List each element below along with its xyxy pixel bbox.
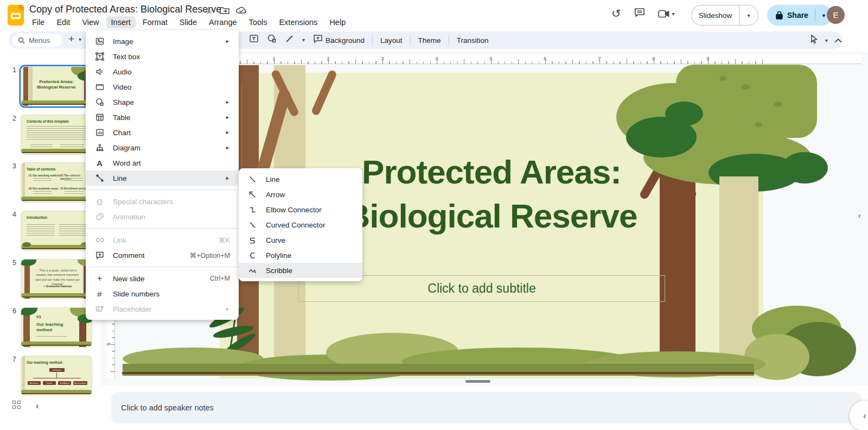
comments-icon[interactable] bbox=[634, 8, 645, 20]
thumb-number: 3 bbox=[8, 162, 16, 170]
menu-extensions[interactable]: Extensions bbox=[274, 16, 322, 28]
menus-search-button[interactable]: Menus bbox=[12, 34, 62, 47]
menu-item-special-characters: Ω Special characters bbox=[86, 194, 239, 209]
new-slide-button[interactable]: + bbox=[68, 33, 74, 45]
slide-thumbnail-2[interactable]: Contents of this template bbox=[21, 115, 92, 155]
menu-insert[interactable]: Insert bbox=[106, 16, 136, 28]
submenu-item-line[interactable]: Line bbox=[239, 172, 362, 187]
slide-thumbnail-5[interactable]: "This is a quote, words full of wisdom t… bbox=[21, 259, 92, 299]
slideshow-dropdown-button[interactable]: ▾ bbox=[739, 5, 758, 26]
textbox-tool-icon[interactable] bbox=[249, 34, 259, 46]
menu-item-line[interactable]: Line ► bbox=[86, 170, 239, 186]
document-title[interactable]: Copy of Protected Areas: Biological Rese… bbox=[29, 4, 221, 15]
menu-item-link: Link ⌘K bbox=[86, 232, 239, 248]
meet-camera-icon[interactable]: ▾ bbox=[658, 10, 675, 18]
star-icon[interactable]: ☆ bbox=[205, 5, 213, 17]
slide-thumbnail-1[interactable]: Protected Areas:Biological Reserve bbox=[21, 66, 92, 106]
horizontal-scrollbar[interactable] bbox=[465, 380, 490, 383]
menu-separator bbox=[86, 267, 239, 267]
menu-item-table[interactable]: Table ► bbox=[86, 110, 239, 125]
menu-item-comment[interactable]: Comment ⌘+Option+M bbox=[86, 248, 239, 263]
shortcut-label: ⌘K bbox=[219, 236, 230, 244]
select-cursor-icon[interactable] bbox=[809, 34, 819, 46]
word-art-icon: A bbox=[95, 159, 104, 168]
submenu-arrow-icon: ► bbox=[225, 99, 230, 105]
text-box-icon bbox=[95, 52, 104, 61]
submenu-item-scribble[interactable]: Scribble bbox=[239, 263, 362, 278]
menu-file[interactable]: File bbox=[27, 16, 49, 28]
search-icon bbox=[18, 37, 25, 44]
insert-menu: Image ► Text box Audio Video Shape ► Tab… bbox=[86, 30, 239, 320]
submenu-item-elbow-connector[interactable]: Elbow Connector bbox=[239, 202, 362, 217]
account-avatar[interactable]: E bbox=[827, 6, 845, 24]
submenu-arrow-icon: ► bbox=[225, 306, 230, 312]
plus-icon: + bbox=[95, 274, 104, 283]
canvas-right-chevron-icon[interactable]: ‹ bbox=[858, 211, 861, 220]
comment-icon bbox=[95, 251, 104, 260]
menu-help[interactable]: Help bbox=[324, 16, 350, 28]
move-folder-icon[interactable] bbox=[220, 6, 229, 17]
thumb-number: 5 bbox=[8, 259, 16, 267]
slide-thumbnail-6[interactable]: 01 Our teaching method bbox=[21, 307, 92, 347]
version-history-icon[interactable]: ↺ bbox=[611, 7, 621, 20]
menu-separator bbox=[86, 228, 239, 229]
line-tool-dropdown-icon[interactable]: ▾ bbox=[302, 37, 305, 43]
menu-format[interactable]: Format bbox=[138, 16, 173, 28]
slideshow-button[interactable]: Slideshow bbox=[691, 5, 739, 26]
hide-menus-icon[interactable] bbox=[834, 35, 842, 45]
menu-tools[interactable]: Tools bbox=[244, 16, 272, 28]
shortcut-label: Ctrl+M bbox=[210, 275, 230, 282]
menu-arrange[interactable]: Arrange bbox=[204, 16, 242, 28]
diagram-icon bbox=[95, 143, 104, 153]
meet-dropdown-icon[interactable]: ▾ bbox=[672, 11, 675, 17]
menu-item-audio[interactable]: Audio bbox=[86, 64, 239, 79]
submenu-arrow-icon: ► bbox=[225, 115, 230, 120]
omega-icon: Ω bbox=[95, 197, 104, 206]
collapse-filmstrip-icon[interactable]: ‹ bbox=[36, 401, 39, 412]
menu-edit[interactable]: Edit bbox=[52, 16, 75, 28]
menus-search-label: Menus bbox=[29, 36, 50, 45]
menu-bar: File Edit View Insert Format Slide Arran… bbox=[27, 16, 350, 28]
submenu-item-curved-connector[interactable]: Curved Connector bbox=[239, 217, 362, 232]
menu-item-video[interactable]: Video bbox=[86, 79, 239, 94]
menu-item-word-art[interactable]: A Word art bbox=[86, 155, 239, 170]
share-label: Share bbox=[787, 11, 808, 20]
video-icon bbox=[95, 83, 104, 92]
line-icon bbox=[248, 175, 257, 184]
curve-icon bbox=[248, 236, 257, 245]
cursor-dropdown-icon[interactable]: ▾ bbox=[825, 37, 828, 43]
menu-item-image[interactable]: Image ► bbox=[86, 34, 239, 49]
slide-thumbnail-7[interactable]: Our teaching method Methods Activities G… bbox=[21, 356, 92, 396]
new-slide-dropdown-icon[interactable]: ▾ bbox=[79, 36, 81, 42]
menu-item-shape[interactable]: Shape ► bbox=[86, 94, 239, 110]
slide-thumbnail-3[interactable]: Table of contents 01 Our teaching method… bbox=[21, 162, 92, 203]
shape-tool-icon[interactable] bbox=[267, 34, 277, 46]
line-tool-icon[interactable] bbox=[285, 34, 294, 46]
menu-item-diagram[interactable]: Diagram ► bbox=[86, 140, 239, 155]
app-window: Copy of Protected Areas: Biological Rese… bbox=[0, 0, 868, 430]
grid-view-icon[interactable] bbox=[12, 401, 21, 409]
menu-item-new-slide[interactable]: + New slide Ctrl+M bbox=[86, 271, 239, 286]
slides-logo-icon[interactable] bbox=[8, 5, 24, 26]
menu-slide[interactable]: Slide bbox=[175, 16, 202, 28]
submenu-item-arrow[interactable]: Arrow bbox=[239, 187, 362, 202]
menu-item-chart[interactable]: Chart ► bbox=[86, 125, 239, 140]
menu-item-text-box[interactable]: Text box bbox=[86, 49, 239, 64]
speaker-notes-input[interactable]: Click to add speaker notes bbox=[111, 392, 861, 423]
slide-thumbnail-4[interactable]: Introduction bbox=[21, 211, 92, 251]
layout-button[interactable]: Layout bbox=[380, 36, 403, 45]
theme-button[interactable]: Theme bbox=[418, 36, 441, 45]
share-button[interactable]: Share bbox=[767, 5, 815, 26]
background-button[interactable]: Background bbox=[326, 36, 365, 45]
transition-button[interactable]: Transition bbox=[457, 36, 489, 45]
submenu-arrow-icon: ► bbox=[225, 175, 230, 181]
menu-item-slide-numbers[interactable]: # Slide numbers bbox=[86, 286, 239, 301]
line-submenu: Line Arrow Elbow Connector Curved Connec… bbox=[239, 168, 362, 281]
table-icon bbox=[95, 113, 104, 122]
cloud-status-icon[interactable] bbox=[236, 6, 246, 17]
submenu-item-polyline[interactable]: Polyline bbox=[239, 248, 362, 263]
menu-view[interactable]: View bbox=[77, 16, 104, 28]
submenu-arrow-icon: ► bbox=[225, 130, 230, 135]
submenu-item-curve[interactable]: Curve bbox=[239, 232, 362, 248]
insert-comment-icon[interactable] bbox=[313, 34, 323, 46]
